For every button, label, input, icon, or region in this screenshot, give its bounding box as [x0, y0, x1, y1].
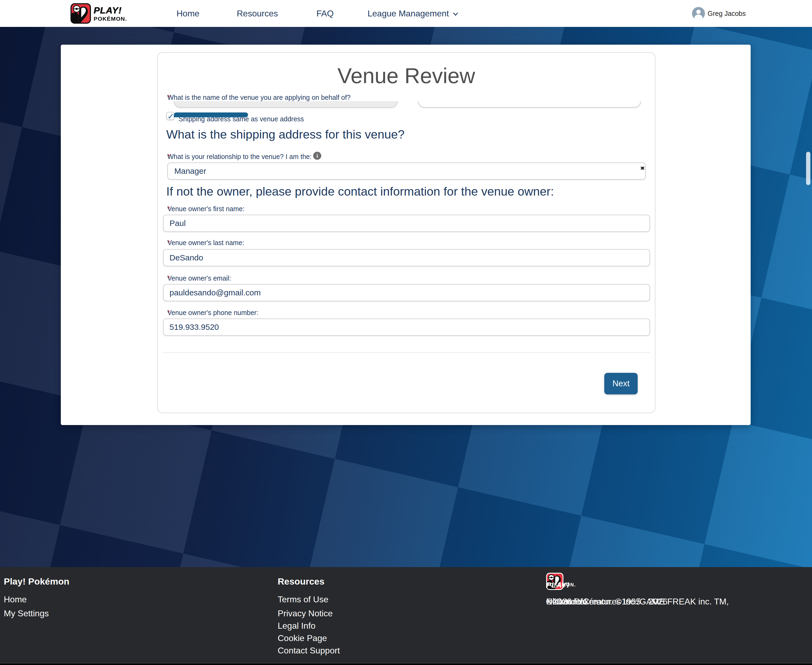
owner-last-name-input[interactable] — [163, 249, 650, 266]
footer-link-contact-support[interactable]: Contact Support — [278, 645, 340, 655]
owner-last-name-label-text: Venue owner's last name: — [167, 239, 244, 247]
checkmark-icon: ✓ — [167, 113, 174, 121]
nav-link-league-management[interactable]: League Management — [368, 0, 458, 27]
footer-brand-pokemon-text: POKÉMON. — [546, 582, 576, 587]
footer-link-home[interactable]: Home — [4, 595, 27, 604]
owner-phone-input[interactable] — [163, 318, 650, 336]
page-title: Venue Review — [158, 64, 655, 88]
footer-link-terms-of-use[interactable]: Terms of Use — [278, 595, 328, 604]
venue-review-form-panel: Venue Review *What is the name of the ve… — [157, 52, 655, 413]
nav-link-home[interactable]: Home — [177, 0, 200, 27]
user-avatar-icon — [692, 7, 705, 20]
owner-phone-label-text: Venue owner's phone number: — [167, 309, 258, 317]
relationship-select-value: Manager — [174, 167, 206, 176]
relationship-label-text: What is your relationship to the venue? … — [167, 153, 311, 161]
footer-link-privacy-notice[interactable]: Privacy Notice — [278, 609, 333, 619]
footer-brand-heading: Play! Pokémon — [4, 576, 69, 587]
user-menu[interactable]: Greg Jacobs — [692, 0, 746, 27]
nav-link-faq[interactable]: FAQ — [316, 0, 334, 27]
footer-resources-heading: Resources — [278, 576, 324, 587]
top-navbar: PLAY! POKÉMON. Home Resources FAQ League… — [0, 0, 812, 27]
footer-link-cookie-page[interactable]: Cookie Page — [278, 633, 327, 643]
relationship-select[interactable]: Manager — [167, 162, 646, 180]
play-pokemon-logo-text: PLAY! POKÉMON. — [93, 6, 127, 21]
venue-name-input[interactable] — [174, 101, 398, 108]
owner-email-input[interactable] — [163, 284, 650, 301]
scrollbar-thumb[interactable] — [806, 152, 810, 185]
copyright-line-3: ®Nintendo. — [546, 595, 589, 608]
footer-link-legal-info[interactable]: Legal Info — [278, 621, 316, 631]
brand-play-text: PLAY! — [93, 6, 127, 15]
owner-email-label-text: Venue owner's email: — [167, 274, 231, 282]
brand-pokemon-text: POKÉMON. — [93, 16, 127, 21]
bottom-black-bar — [0, 663, 812, 665]
owner-first-name-label-text: Venue owner's first name: — [167, 205, 245, 213]
play-pokemon-logo[interactable]: PLAY! POKÉMON. — [70, 3, 127, 24]
play-pokemon-logo-icon — [70, 3, 91, 24]
nav-link-resources[interactable]: Resources — [237, 0, 278, 27]
info-icon[interactable]: i — [313, 152, 321, 160]
venue-name-label-text: What is the name of the venue you are ap… — [167, 93, 350, 102]
venue-name-secondary-input[interactable] — [418, 101, 641, 108]
footer: Play! Pokémon Home My Settings Resources… — [0, 567, 812, 663]
owner-info-heading: If not the owner, please provide contact… — [166, 185, 554, 198]
owner-first-name-input[interactable] — [163, 215, 650, 232]
shipping-question-heading: What is the shipping address for this ve… — [166, 128, 404, 141]
section-divider — [163, 352, 650, 353]
footer-link-my-settings[interactable]: My Settings — [4, 609, 49, 619]
next-button[interactable]: Next — [604, 373, 638, 395]
user-name: Greg Jacobs — [707, 10, 746, 18]
page: PLAY! POKÉMON. Home Resources FAQ League… — [0, 0, 812, 665]
chevron-down-icon — [453, 11, 458, 17]
nav-link-league-management-label: League Management — [368, 8, 449, 18]
shipping-same-checkbox[interactable]: ✓ — [166, 112, 174, 120]
blue-highlight-bar — [174, 113, 248, 117]
